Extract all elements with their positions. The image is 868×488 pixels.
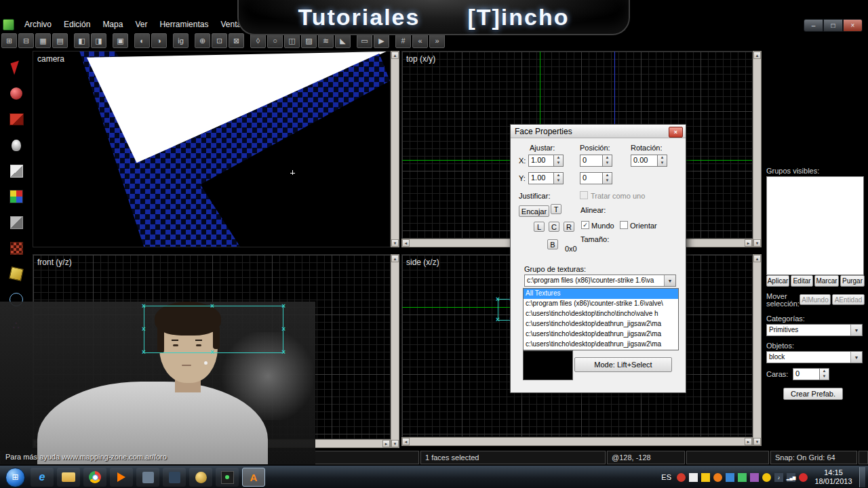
texture-group-tool-icon[interactable] bbox=[3, 186, 30, 207]
purgar-button[interactable]: Purgar bbox=[840, 275, 865, 287]
scroll-left-icon[interactable]: ◄ bbox=[402, 239, 410, 247]
clip-tool-icon[interactable] bbox=[3, 263, 30, 285]
select-box-icon[interactable]: ▭ bbox=[357, 33, 372, 48]
taskbar-app-8-icon[interactable] bbox=[216, 468, 239, 487]
crear-prefab-button[interactable]: Crear Prefab. bbox=[783, 388, 843, 400]
tray-icon-5[interactable] bbox=[726, 473, 734, 482]
hide-unselected-icon[interactable]: ⊡ bbox=[212, 33, 227, 48]
almundo-button[interactable]: AlMundo bbox=[800, 294, 831, 305]
texture-lock-icon[interactable]: « bbox=[412, 33, 428, 48]
grid-smaller-icon[interactable]: ▦ bbox=[35, 33, 51, 48]
show-all-icon[interactable]: ⊠ bbox=[229, 33, 244, 48]
dialog-titlebar[interactable]: Face Properties bbox=[511, 125, 686, 138]
cordon-icon[interactable]: ◣ bbox=[335, 33, 351, 48]
justify-top-button[interactable]: T bbox=[551, 204, 561, 214]
dropdown-option[interactable]: c:\program files (x86)\counter-strike 1.… bbox=[524, 299, 678, 309]
block-tool-icon[interactable] bbox=[3, 160, 30, 182]
tray-icon-8[interactable] bbox=[762, 473, 771, 482]
spinner-arrows[interactable]: ▲▼ bbox=[820, 368, 829, 380]
side-selection-box[interactable]: × × × × bbox=[498, 299, 511, 321]
ungroup-icon[interactable]: ◑ bbox=[151, 33, 167, 48]
mundo-checkbox[interactable]: ✓ bbox=[581, 221, 589, 229]
pos-y-input[interactable]: 0 ▲▼ bbox=[580, 172, 612, 184]
orientar-checkbox[interactable] bbox=[620, 221, 628, 229]
scroll-up-icon[interactable]: ▲ bbox=[391, 255, 399, 262]
zoom-tool-icon[interactable] bbox=[3, 83, 30, 104]
ignore-groups-icon[interactable]: ig bbox=[173, 33, 189, 48]
taskbar-app-media-icon[interactable] bbox=[110, 468, 133, 487]
scroll-up-icon[interactable]: ▲ bbox=[753, 255, 761, 262]
objetos-select[interactable]: block ▼ bbox=[766, 351, 863, 363]
menu-herramientas[interactable]: Herramientas bbox=[153, 18, 214, 30]
paste-icon[interactable]: ◫ bbox=[284, 33, 300, 48]
dropdown-option[interactable]: c:\users\tincho\desktop\tincho\tincho\va… bbox=[524, 309, 678, 319]
grid-3d-icon[interactable]: ⊟ bbox=[18, 33, 34, 48]
menu-ver[interactable]: Ver bbox=[129, 18, 153, 30]
top-vscrollbar[interactable]: ▲ ▼ bbox=[753, 51, 762, 247]
scroll-up-icon[interactable]: ▲ bbox=[753, 52, 761, 59]
spinner-arrows[interactable]: ▲▼ bbox=[658, 155, 667, 167]
tray-icon-4[interactable] bbox=[713, 473, 722, 482]
language-indicator[interactable]: ES bbox=[661, 473, 671, 481]
maximize-icon[interactable]: □ bbox=[823, 19, 843, 32]
scroll-down-icon[interactable]: ▼ bbox=[391, 440, 399, 447]
visible-groups-list[interactable] bbox=[766, 176, 864, 275]
taskbar-app-chrome-icon[interactable] bbox=[83, 468, 106, 487]
taskbar-app-6-icon[interactable] bbox=[163, 468, 186, 487]
carve-icon[interactable]: ▨ bbox=[301, 33, 317, 48]
aplicar-button[interactable]: Aplicar bbox=[766, 275, 789, 287]
scroll-left-icon[interactable]: ◄ bbox=[402, 438, 410, 445]
hide-selected-icon[interactable]: ⊕ bbox=[195, 33, 210, 48]
group-icon[interactable]: ◐ bbox=[134, 33, 150, 48]
scroll-down-icon[interactable]: ▼ bbox=[391, 239, 399, 247]
snap-grid-icon[interactable]: # bbox=[395, 33, 411, 48]
scroll-down-icon[interactable]: ▼ bbox=[753, 438, 761, 445]
scroll-up-icon[interactable]: ▲ bbox=[391, 52, 399, 59]
start-button[interactable]: ⊞ bbox=[5, 468, 25, 487]
justify-right-button[interactable]: R bbox=[564, 222, 574, 232]
grid-larger-icon[interactable]: ▤ bbox=[52, 33, 68, 48]
texture-unlock-icon[interactable]: » bbox=[429, 33, 445, 48]
mode-button[interactable]: Mode: Lift+Select bbox=[574, 357, 672, 372]
dropdown-option[interactable]: c:\users\tincho\desktop\deathrun_jigsaw2… bbox=[524, 319, 678, 329]
tray-icon-7[interactable] bbox=[750, 473, 759, 482]
decal-tool-icon[interactable] bbox=[3, 237, 30, 259]
tray-icon-3[interactable] bbox=[701, 473, 710, 482]
spinner-arrows[interactable]: ▲▼ bbox=[554, 172, 564, 184]
cut-icon[interactable]: ◊ bbox=[250, 33, 266, 48]
viewport-camera[interactable]: camera bbox=[33, 51, 391, 247]
editar-button[interactable]: Editar bbox=[791, 275, 813, 287]
scroll-right-icon[interactable]: ► bbox=[745, 438, 752, 445]
dialog-close-icon[interactable]: × bbox=[669, 127, 683, 138]
pos-x-input[interactable]: 0 ▲▼ bbox=[580, 155, 612, 167]
tray-network-icon[interactable]: ▂▄▆ bbox=[787, 473, 795, 482]
grid-toggle-icon[interactable]: ⊞ bbox=[1, 33, 17, 48]
copy-icon[interactable]: ○ bbox=[267, 33, 283, 48]
front-selection-box[interactable]: × × × × × × × × bbox=[144, 306, 283, 353]
scale-x-input[interactable]: 1.00 ▲▼ bbox=[528, 155, 564, 167]
taskbar-app-5-icon[interactable] bbox=[136, 468, 159, 487]
hollow-icon[interactable]: ≋ bbox=[318, 33, 334, 48]
justify-center-button[interactable]: C bbox=[549, 222, 559, 232]
taskbar-app-explorer-icon[interactable] bbox=[57, 468, 80, 487]
tray-icon-2[interactable] bbox=[689, 473, 698, 482]
tray-icon-11[interactable] bbox=[799, 473, 808, 482]
tray-volume-icon[interactable]: ♪ bbox=[774, 473, 783, 482]
texture-group-select[interactable]: c:\program files (x86)\counter-strike 1.… bbox=[524, 274, 676, 287]
chevron-down-icon[interactable]: ▼ bbox=[664, 275, 675, 286]
menu-edicion[interactable]: Edición bbox=[58, 18, 96, 30]
encajar-button[interactable]: Encajar bbox=[519, 205, 549, 217]
close-icon[interactable]: × bbox=[843, 19, 863, 32]
dropdown-option[interactable]: All Textures bbox=[524, 289, 678, 299]
tray-icon-1[interactable] bbox=[677, 473, 686, 482]
front-vscrollbar[interactable]: ▲ ▼ bbox=[391, 254, 399, 448]
spinner-arrows[interactable]: ▲▼ bbox=[554, 155, 564, 167]
scroll-down-icon[interactable]: ▼ bbox=[753, 239, 761, 247]
minimize-icon[interactable]: – bbox=[804, 19, 823, 32]
load-window-state-icon[interactable]: ◧ bbox=[74, 33, 90, 48]
taskbar-app-coin-icon[interactable] bbox=[189, 468, 212, 487]
marcar-button[interactable]: Marcar bbox=[814, 275, 839, 287]
taskbar-app-browser-icon[interactable]: e bbox=[31, 468, 54, 487]
tray-icon-6[interactable] bbox=[738, 473, 747, 482]
aentidad-button[interactable]: AEntidad bbox=[832, 294, 865, 305]
